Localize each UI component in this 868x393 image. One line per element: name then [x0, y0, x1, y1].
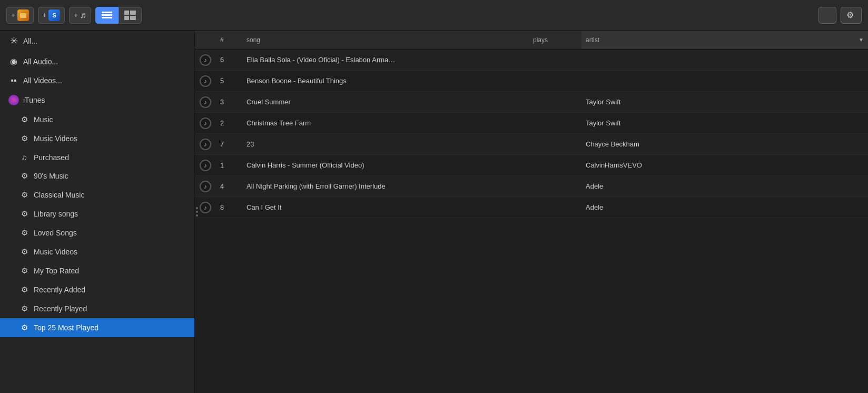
table-row[interactable]: ♪ 5 Benson Boone - Beautiful Things: [195, 71, 868, 92]
row-artist-cell: Chayce Beckham: [581, 140, 868, 148]
video-icon: ▪▪: [8, 76, 19, 85]
table-body: ♪ 6 Ella Baila Sola - (Video Oficial) - …: [195, 50, 868, 393]
note-icon: ♫: [19, 153, 29, 162]
sidebar-item-recently-added[interactable]: ⚙Recently Added: [0, 280, 194, 299]
row-num-cell: 5: [216, 77, 242, 85]
row-num-cell: 6: [216, 56, 242, 64]
sidebar-item-library-songs[interactable]: ⚙Library songs: [0, 204, 194, 223]
add-library-button[interactable]: +: [6, 7, 34, 24]
gear-icon: ⚙: [846, 10, 854, 20]
sidebar-item-loved-songs[interactable]: ⚙Loved Songs: [0, 223, 194, 242]
svg-rect-2: [102, 12, 112, 13]
sidebar-item-purchased[interactable]: ♫Purchased: [0, 148, 194, 166]
header-cell-plays-col: plays: [529, 36, 581, 44]
main-layout: ✳All...◉All Audio...▪▪All Videos...iTune…: [0, 31, 868, 393]
sidebar-item-classical-music[interactable]: ⚙Classical Music: [0, 185, 194, 204]
sidebar-item-all-videos[interactable]: ▪▪All Videos...: [0, 71, 194, 90]
table-row[interactable]: ♪ 7 23 Chayce Beckham: [195, 134, 868, 155]
sidebar-item-label: All...: [23, 37, 37, 45]
sidebar-item-itunes[interactable]: iTunes: [0, 90, 194, 110]
grid-view-button[interactable]: [119, 7, 142, 24]
row-song-cell: Cruel Summer: [242, 98, 529, 106]
sidebar-item-top-25-most-played[interactable]: ⚙Top 25 Most Played: [0, 318, 194, 337]
table-row[interactable]: ♪ 6 Ella Baila Sola - (Video Oficial) - …: [195, 50, 868, 71]
gear-icon: ⚙: [19, 247, 29, 257]
sort-icon: ▼: [859, 37, 864, 43]
table-row[interactable]: ♪ 8 Can I Get It Adele: [195, 197, 868, 218]
sidebar-item-recently-played[interactable]: ⚙Recently Played: [0, 299, 194, 318]
content-wrapper: #songplaysartist▼ ♪ 6 Ella Baila Sola - …: [195, 31, 868, 393]
sidebar-item-music-videos-2[interactable]: ⚙Music Videos: [0, 242, 194, 261]
row-song-cell: Can I Get It: [242, 203, 529, 211]
plus-icon-3: +: [74, 11, 78, 19]
row-artist-cell: CalvinHarrisVEVO: [581, 161, 868, 169]
table-row[interactable]: ♪ 3 Cruel Summer Taylor Swift: [195, 92, 868, 113]
smartlist-icon: S: [48, 9, 60, 21]
sidebar-item-my-top-rated[interactable]: ⚙My Top Rated: [0, 261, 194, 280]
library-icon: [17, 9, 29, 21]
header-cell-artist-col[interactable]: artist▼: [581, 31, 868, 49]
row-num-cell: 2: [216, 119, 242, 127]
sidebar-item-label: Purchased: [34, 153, 69, 162]
itunes-icon: [8, 95, 19, 105]
svg-rect-0: [20, 13, 26, 18]
table-row[interactable]: ♪ 2 Christmas Tree Farm Taylor Swift: [195, 113, 868, 134]
sidebar: ✳All...◉All Audio...▪▪All Videos...iTune…: [0, 31, 195, 393]
sidebar-item-music[interactable]: ⚙Music: [0, 110, 194, 129]
table-row[interactable]: ♪ 1 Calvin Harris - Summer (Official Vid…: [195, 155, 868, 176]
header-cell-song-col: song: [242, 36, 529, 44]
sidebar-item-label: iTunes: [23, 96, 45, 104]
sidebar-item-label: All Audio...: [23, 57, 58, 66]
gear-icon: ⚙: [19, 209, 29, 219]
music-note-icon: ♪: [200, 139, 211, 150]
sidebar-item-all-audio[interactable]: ◉All Audio...: [0, 52, 194, 71]
svg-rect-3: [102, 14, 112, 16]
settings-button[interactable]: ⚙: [841, 7, 862, 24]
gear-icon: ⚙: [19, 304, 29, 313]
audio-icon: ◉: [8, 56, 19, 66]
music-note-icon: ♪: [200, 54, 211, 66]
analyze-files-button[interactable]: [818, 7, 836, 24]
svg-rect-6: [130, 11, 136, 15]
sidebar-item-90s-music[interactable]: ⚙90's Music: [0, 166, 194, 185]
resize-handle[interactable]: [195, 205, 199, 219]
music-note-icon: ♪: [200, 160, 211, 171]
row-num-cell: 8: [216, 203, 242, 211]
row-icon-cell: ♪: [195, 160, 216, 171]
dot-3: [196, 214, 198, 217]
gear-icon: ⚙: [19, 228, 29, 238]
row-num-cell: 1: [216, 161, 242, 169]
svg-rect-7: [124, 16, 129, 20]
list-view-button[interactable]: [95, 7, 119, 24]
row-num-cell: 3: [216, 98, 242, 106]
table-header: #songplaysartist▼: [195, 31, 868, 50]
svg-rect-1: [21, 12, 25, 13]
add-playlist-button[interactable]: + ♬: [69, 7, 91, 24]
row-artist-cell: Taylor Swift: [581, 119, 868, 127]
content: #songplaysartist▼ ♪ 6 Ella Baila Sola - …: [195, 31, 868, 393]
row-icon-cell: ♪: [195, 96, 216, 108]
toolbar: + + S + ♬ ⚙: [0, 0, 868, 31]
row-song-cell: Christmas Tree Farm: [242, 119, 529, 127]
row-song-cell: Ella Baila Sola - (Video Oficial) - Esla…: [242, 56, 529, 64]
svg-rect-8: [130, 16, 136, 20]
row-icon-cell: ♪: [195, 75, 216, 87]
plus-icon: +: [11, 11, 15, 19]
plus-icon-2: +: [43, 11, 47, 19]
dot-1: [196, 207, 198, 209]
music-note-icon: ♪: [200, 117, 211, 129]
music-note-icon: ♪: [200, 202, 211, 213]
gear-icon: ⚙: [19, 134, 29, 143]
music-note-icon: ♪: [200, 75, 211, 87]
table-row[interactable]: ♪ 4 All Night Parking (with Erroll Garne…: [195, 176, 868, 197]
row-song-cell: All Night Parking (with Erroll Garner) I…: [242, 182, 529, 190]
row-icon-cell: ♪: [195, 139, 216, 150]
add-smartlist-button[interactable]: + S: [38, 7, 65, 24]
row-artist-cell: Adele: [581, 182, 868, 190]
gear-icon: ⚙: [19, 285, 29, 294]
sidebar-item-all[interactable]: ✳All...: [0, 31, 194, 52]
row-artist-cell: Taylor Swift: [581, 98, 868, 106]
svg-rect-4: [102, 17, 112, 18]
sidebar-item-music-videos[interactable]: ⚙Music Videos: [0, 129, 194, 148]
row-num-cell: 7: [216, 140, 242, 148]
